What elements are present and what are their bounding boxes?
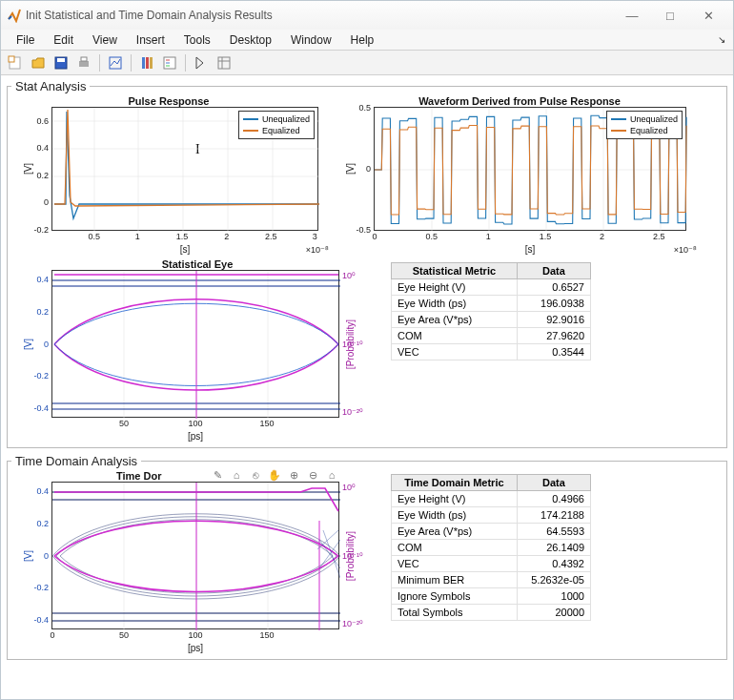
svg-rect-5 [81,57,87,61]
zoom-out-icon[interactable]: ⊖ [305,467,320,483]
brush-icon[interactable]: ✎ [210,467,225,483]
xlabel: [s] [51,244,318,255]
svg-rect-6 [110,57,121,69]
time-domain-section: Time Domain Analysis Time Dor ✎ ⌂ ⎋ ✋ ⊕ … [7,454,727,660]
table-row[interactable]: Ignore Symbols1000 [392,588,591,605]
table-row[interactable]: VEC0.3544 [392,344,591,360]
menu-insert[interactable]: Insert [127,31,174,49]
legend-icon[interactable] [159,52,180,73]
close-button[interactable]: ✕ [689,2,727,29]
legend[interactable]: Unequalized Equalized [606,111,683,139]
rotate-icon[interactable]: ⎋ [248,467,263,483]
table-header: Data [517,263,590,279]
datatip-icon[interactable]: ⌂ [229,467,244,483]
menu-file[interactable]: File [7,31,44,49]
td-metrics-table: Time Domain Metric Data Eye Height (V)0.… [391,474,591,621]
waveform-chart[interactable]: Waveform Derived from Pulse Response [V] [334,95,705,255]
menu-window[interactable]: Window [281,31,341,49]
chart-title: Waveform Derived from Pulse Response [334,95,705,107]
table-row[interactable]: COM26.1409 [392,540,591,556]
colorbar-icon[interactable] [136,52,157,73]
stat-metrics-container: Statistical Metric Data Eye Height (V)0.… [391,258,723,442]
content-area: Stat Analysis Pulse Response [V] I [1,75,733,699]
statistical-eye-chart[interactable]: Statistical Eye [V] [Probability] [11,258,383,442]
chart-toolbar: ✎ ⌂ ⎋ ✋ ⊕ ⊖ ⌂ [210,467,339,483]
menu-desktop[interactable]: Desktop [220,31,281,49]
xlabel: [ps] [51,643,339,653]
table-row[interactable]: Eye Area (V*ps)64.5593 [392,524,591,540]
legend[interactable]: Unequalized Equalized [238,111,315,139]
table-row[interactable]: Eye Area (V*ps)92.9016 [392,312,591,328]
matlab-icon [7,8,22,23]
stat-analysis-legend: Stat Analysis [11,79,90,93]
time-domain-legend: Time Domain Analysis [11,454,141,468]
table-row[interactable]: COM27.9620 [392,328,591,344]
table-row[interactable]: Eye Height (V)0.6527 [392,279,591,296]
menu-tools[interactable]: Tools [174,31,220,49]
xlabel: [ps] [51,431,339,442]
table-header: Statistical Metric [392,263,518,279]
menu-help[interactable]: Help [341,31,384,49]
window-controls: — □ ✕ [613,2,727,29]
svg-rect-4 [79,61,89,67]
table-header: Time Domain Metric [392,475,518,491]
table-row[interactable]: Eye Width (ps)174.2188 [392,507,591,524]
svg-rect-8 [146,57,149,69]
window-frame: Init Statistical and Time Domain Analysi… [0,0,734,700]
xexp: ×10⁻⁸ [674,245,697,255]
dock-menu-icon[interactable]: ↘ [718,34,733,45]
xlabel: [s] [374,244,686,255]
table-row[interactable]: VEC0.4392 [392,556,591,572]
print-icon[interactable] [73,52,94,73]
toolbar [1,51,733,75]
open-icon[interactable] [28,52,49,73]
edit-plot-icon[interactable] [191,52,212,73]
minimize-button[interactable]: — [613,2,651,29]
svg-rect-14 [218,57,230,69]
zoom-in-icon[interactable]: ⊕ [286,467,301,483]
table-row[interactable]: Minimum BER5.2632e-05 [392,572,591,588]
svg-rect-3 [57,58,65,62]
link-plot-icon[interactable] [105,52,126,73]
menu-edit[interactable]: Edit [44,31,83,49]
table-row[interactable]: Total Symbols20000 [392,605,591,621]
home-icon[interactable]: ⌂ [324,467,339,483]
titlebar[interactable]: Init Statistical and Time Domain Analysi… [1,1,733,30]
chart-title: Statistical Eye [11,258,383,270]
svg-rect-7 [142,57,145,69]
open-property-icon[interactable] [214,52,234,73]
pan-icon[interactable]: ✋ [267,467,282,483]
stat-metrics-table: Statistical Metric Data Eye Height (V)0.… [391,262,591,360]
window-title: Init Statistical and Time Domain Analysi… [22,9,613,22]
time-domain-eye-chart[interactable]: Time Dor ✎ ⌂ ⎋ ✋ ⊕ ⊖ ⌂ [V] [11,470,383,653]
save-icon[interactable] [51,52,71,73]
new-figure-icon[interactable] [5,52,26,73]
chart-title: Time Dor [11,470,173,482]
maximize-button[interactable]: □ [651,2,689,29]
xexp: ×10⁻⁸ [306,245,329,255]
td-metrics-container: Time Domain Metric Data Eye Height (V)0.… [391,470,723,653]
table-row[interactable]: Eye Width (ps)196.0938 [392,296,591,312]
menu-view[interactable]: View [83,31,127,49]
pulse-response-chart[interactable]: Pulse Response [V] I [11,95,326,255]
chart-title: Pulse Response [11,95,326,107]
table-header: Data [517,475,590,491]
svg-rect-1 [9,56,14,62]
menubar: File Edit View Insert Tools Desktop Wind… [1,30,733,51]
stat-analysis-section: Stat Analysis Pulse Response [V] I [7,79,727,448]
table-row[interactable]: Eye Height (V)0.4966 [392,491,591,507]
svg-rect-9 [150,57,153,69]
